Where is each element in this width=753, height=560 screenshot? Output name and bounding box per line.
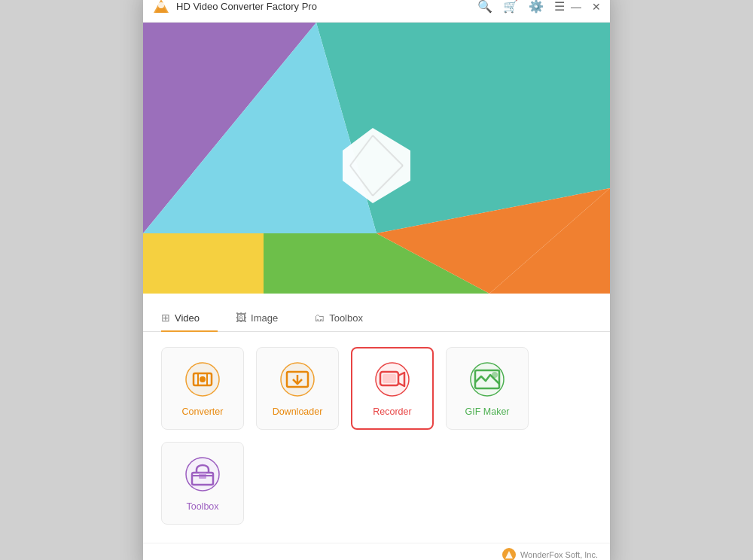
svg-rect-29 — [383, 374, 396, 383]
tab-video[interactable]: ⊞ Video — [161, 306, 218, 331]
tabs-bar: ⊞ Video 🖼 Image 🗂 Toolbox — [143, 294, 610, 332]
app-title: HD Video Converter Factory Pro — [176, 1, 477, 12]
toolbox-tool-label: Toolbox — [186, 501, 218, 512]
footer-company: WonderFox Soft, Inc. — [502, 548, 598, 560]
toolbox-tab-icon: 🗂 — [314, 312, 325, 324]
settings-icon[interactable]: ⚙️ — [529, 0, 544, 14]
svg-point-32 — [492, 372, 498, 378]
recorder-card[interactable]: Recorder — [351, 347, 434, 430]
tab-image-label: Image — [251, 312, 278, 324]
company-name: WonderFox Soft, Inc. — [520, 550, 598, 559]
close-button[interactable]: ✕ — [592, 1, 601, 13]
app-window: HD Video Converter Factory Pro 🔍 🛒 ⚙️ ☰ … — [143, 0, 610, 560]
tools-grid: Converter Downloader — [143, 332, 610, 543]
menu-icon[interactable]: ☰ — [554, 0, 565, 14]
window-controls: — ✕ — [571, 1, 601, 13]
search-icon[interactable]: 🔍 — [477, 0, 492, 14]
gif-maker-card[interactable]: GIF Maker — [446, 347, 529, 430]
downloader-icon — [278, 360, 317, 399]
converter-label: Converter — [182, 406, 224, 417]
toolbox-tool-icon — [183, 455, 222, 494]
gif-maker-icon — [468, 360, 507, 399]
wonderfox-icon — [502, 548, 516, 560]
cart-icon[interactable]: 🛒 — [503, 0, 518, 14]
gif-maker-label: GIF Maker — [465, 406, 509, 417]
toolbox-card[interactable]: Toolbox — [161, 442, 244, 525]
recorder-label: Recorder — [373, 406, 411, 417]
hero-graphic — [143, 23, 610, 294]
tab-image[interactable]: 🖼 Image — [236, 306, 296, 331]
titlebar-action-icons: 🔍 🛒 ⚙️ ☰ — [477, 0, 565, 14]
svg-marker-10 — [264, 233, 376, 294]
video-tab-icon: ⊞ — [161, 312, 170, 324]
footer: WonderFox Soft, Inc. — [143, 543, 610, 560]
tab-video-label: Video — [175, 312, 200, 324]
app-logo — [152, 0, 170, 16]
image-tab-icon: 🖼 — [236, 312, 246, 324]
svg-point-2 — [158, 2, 164, 8]
titlebar: HD Video Converter Factory Pro 🔍 🛒 ⚙️ ☰ … — [143, 0, 610, 23]
converter-icon — [183, 360, 222, 399]
svg-point-23 — [200, 376, 206, 382]
minimize-button[interactable]: — — [571, 1, 581, 13]
recorder-icon — [373, 360, 412, 399]
tab-toolbox[interactable]: 🗂 Toolbox — [314, 306, 381, 331]
converter-card[interactable]: Converter — [161, 347, 244, 430]
downloader-label: Downloader — [273, 406, 323, 417]
downloader-card[interactable]: Downloader — [256, 347, 339, 430]
tab-toolbox-label: Toolbox — [329, 312, 363, 324]
hero-banner — [143, 23, 610, 294]
